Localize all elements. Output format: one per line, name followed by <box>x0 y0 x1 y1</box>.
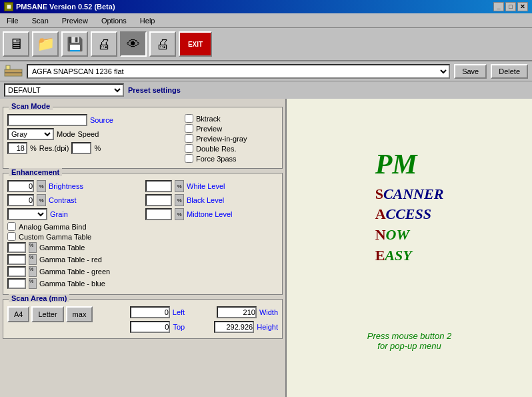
preset-row: DEFAULT Preset settings <box>0 81 532 99</box>
top-input[interactable] <box>130 321 170 333</box>
menu-preview[interactable]: Preview <box>58 15 92 26</box>
save-scanner-btn[interactable]: Save <box>454 64 487 79</box>
close-btn[interactable]: ✕ <box>517 2 528 11</box>
delete-scanner-btn[interactable]: Delete <box>491 64 528 79</box>
source-input[interactable] <box>7 114 87 126</box>
brightness-spin[interactable]: % <box>37 180 46 192</box>
white-level-spin[interactable]: % <box>175 180 184 192</box>
gamma-table-spin-3[interactable]: % <box>29 278 37 289</box>
scanner-select[interactable]: AGFA SNAPSCAN 1236 flat <box>27 64 450 79</box>
preview-label: Preview <box>196 125 222 133</box>
title-bar-left: ▦ PMSANE Version 0.52 (Beta) <box>4 2 115 11</box>
contrast-input[interactable] <box>7 194 34 206</box>
menu-bar: File Scan Preview Options Help <box>0 13 532 28</box>
speed-pct-icon: % <box>94 144 101 152</box>
speed-input[interactable] <box>71 142 91 154</box>
bktrack-checkbox[interactable] <box>185 114 193 123</box>
res-label: Res.(dpi) <box>39 144 69 152</box>
width-input[interactable] <box>217 306 257 318</box>
preview-checkbox[interactable] <box>185 124 193 133</box>
minimize-btn[interactable]: _ <box>493 2 504 11</box>
gamma-table-input-3[interactable] <box>7 278 26 289</box>
scan-mode-right: Bktrack Preview Preview-in-gray Double R… <box>185 114 278 164</box>
preset-select[interactable]: DEFAULT <box>4 83 124 97</box>
main-area: Scan Mode Source Gray Mode Speed <box>0 99 532 397</box>
res-input[interactable] <box>7 142 27 154</box>
left-input[interactable] <box>130 306 170 318</box>
brightness-input[interactable] <box>7 180 34 192</box>
mode-select[interactable]: Gray <box>7 128 54 140</box>
black-level-spin[interactable]: % <box>175 194 184 206</box>
app-title: PMSANE Version 0.52 (Beta) <box>16 3 115 11</box>
preset-settings-label: Preset settings <box>128 86 181 94</box>
preview-in-gray-checkbox[interactable] <box>185 134 193 143</box>
toolbar-exit-btn[interactable]: EXIT <box>179 31 212 57</box>
analog-gamma-row: Analog Gamma Bind <box>7 222 278 231</box>
preview-row: Preview <box>185 124 278 133</box>
letter-btn[interactable]: Letter <box>31 306 63 322</box>
scanner-row: AGFA SNAPSCAN 1236 flat Save Delete <box>0 61 532 81</box>
toolbar-open-btn[interactable]: 📁 <box>32 31 59 57</box>
top-row: Top <box>98 321 185 333</box>
force-3pass-checkbox[interactable] <box>185 154 193 163</box>
toolbar-eyes-btn[interactable]: 👁 <box>120 31 147 57</box>
gamma-table-row-0: % Gamma Table <box>7 242 278 253</box>
scan-area-group: Scan Area (mm) A4 Letter max Left <box>3 299 283 339</box>
double-res-checkbox[interactable] <box>185 144 193 153</box>
source-row: Source <box>7 114 181 126</box>
double-res-label: Double Res. <box>196 145 237 153</box>
max-btn[interactable]: max <box>66 306 93 322</box>
popup-line1: Press mouse button 2 <box>367 331 451 341</box>
custom-gamma-checkbox[interactable] <box>7 232 16 241</box>
grain-select[interactable] <box>7 208 47 220</box>
logo-area: PM SCANNER ACCESS NOW EASY <box>375 145 444 266</box>
toolbar-scan-btn[interactable]: 🖥 <box>3 31 29 57</box>
logo-s: S <box>375 185 383 202</box>
menu-scan[interactable]: Scan <box>28 15 53 26</box>
gamma-table-input-2[interactable] <box>7 266 26 277</box>
now-line: NOW <box>375 225 444 246</box>
scan-mode-group: Scan Mode Source Gray Mode Speed <box>3 107 283 169</box>
gamma-table-input-0[interactable] <box>7 242 26 253</box>
right-panel: PM SCANNER ACCESS NOW EASY Press mouse b… <box>287 99 532 397</box>
contrast-spin[interactable]: % <box>37 194 46 206</box>
gamma-table-spin-2[interactable]: % <box>29 266 37 277</box>
bktrack-row: Bktrack <box>185 114 278 123</box>
toolbar-printer2-btn[interactable]: 🖨 <box>149 31 176 57</box>
menu-file[interactable]: File <box>3 15 23 26</box>
black-level-input[interactable] <box>145 194 172 206</box>
left-label: Left <box>173 308 185 316</box>
top-label: Top <box>173 323 185 331</box>
midtone-level-input[interactable] <box>145 208 172 220</box>
force-3pass-row: Force 3pass <box>185 154 278 163</box>
preview-in-gray-label: Preview-in-gray <box>196 135 247 143</box>
toolbar-save-btn[interactable]: 💾 <box>61 31 88 57</box>
area-preset-btns: A4 Letter max <box>7 306 93 324</box>
res-row: % Res.(dpi) % <box>7 142 181 154</box>
gamma-tables: % Gamma Table % Gamma Table - red % Gamm… <box>7 242 278 289</box>
scanner-icon <box>4 64 23 79</box>
gamma-table-spin-1[interactable]: % <box>29 254 37 265</box>
logo-ow: OW <box>386 226 409 243</box>
height-input[interactable] <box>214 321 254 333</box>
custom-gamma-row: Custom Gamma Table <box>7 232 278 241</box>
analog-gamma-checkbox[interactable] <box>7 222 16 231</box>
gamma-table-row-2: % Gamma Table - green <box>7 266 278 277</box>
gamma-table-spin-0[interactable]: % <box>29 242 37 253</box>
gamma-table-input-1[interactable] <box>7 254 26 265</box>
preview-in-gray-row: Preview-in-gray <box>185 134 278 143</box>
enhancement-title: Enhancement <box>9 168 62 176</box>
toolbar-print-btn[interactable]: 🖨 <box>91 31 117 57</box>
menu-help[interactable]: Help <box>136 15 159 26</box>
maximize-btn[interactable]: □ <box>505 2 516 11</box>
menu-options[interactable]: Options <box>97 15 131 26</box>
white-level-input[interactable] <box>145 180 172 192</box>
midtone-level-spin[interactable]: % <box>175 208 184 220</box>
logo-e: E <box>375 247 385 264</box>
width-row: Width <box>191 306 278 318</box>
brightness-field: % Brightness <box>7 180 140 192</box>
height-label: Height <box>257 323 278 331</box>
a4-btn[interactable]: A4 <box>7 306 29 322</box>
grain-label: Grain <box>50 210 68 218</box>
pm-logo: PM <box>375 145 444 184</box>
